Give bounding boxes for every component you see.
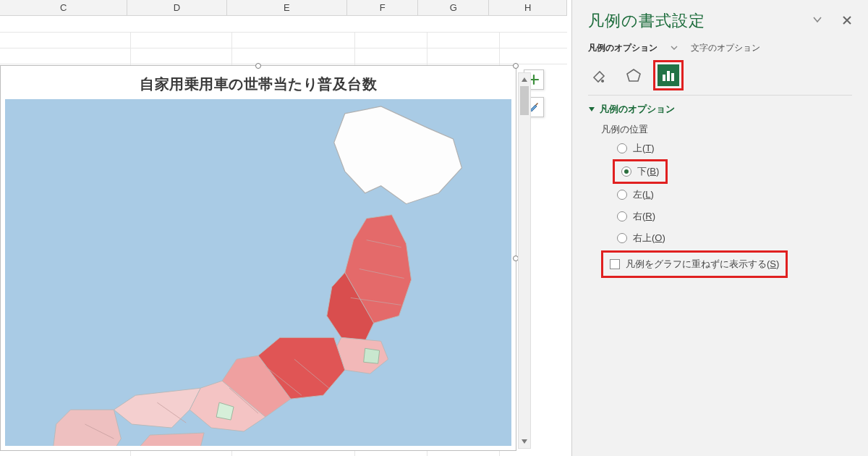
- legend-position-radio-group: 上(T) 下(B) 左(L) 右(R) 右上(O): [617, 142, 852, 245]
- radio-icon: [621, 166, 631, 177]
- format-legend-pane: 凡例の書式設定 凡例のオプション 文字のオプション 凡例のオプション: [571, 0, 868, 456]
- radio-hotkey: R: [645, 211, 652, 221]
- resize-handle-top[interactable]: [255, 63, 261, 69]
- pane-tab-row: 凡例のオプション 文字のオプション: [588, 42, 852, 54]
- map-plot-area[interactable]: [5, 99, 511, 446]
- collapse-triangle-icon: [588, 106, 595, 113]
- col-header-c[interactable]: C: [0, 0, 127, 16]
- col-header-f[interactable]: F: [347, 0, 418, 16]
- resize-handle-top-right[interactable]: [513, 63, 519, 69]
- radio-label: 左: [633, 189, 642, 200]
- radio-icon: [617, 211, 627, 221]
- fill-line-icon[interactable]: [588, 64, 610, 86]
- radio-position-topright[interactable]: 右上(O): [617, 232, 852, 245]
- region-shikoku: [139, 433, 204, 446]
- radio-hotkey: L: [645, 189, 650, 200]
- tab-dropdown-icon[interactable]: [671, 43, 678, 54]
- radio-position-bottom[interactable]: 下(B): [617, 164, 663, 180]
- checkbox-label: 凡例をグラフに重ねずに表示する: [626, 258, 767, 269]
- radio-position-right[interactable]: 右(R): [617, 210, 852, 223]
- svg-rect-3: [671, 73, 674, 81]
- tab-text-options[interactable]: 文字のオプション: [691, 42, 760, 54]
- checkbox-legend-no-overlap[interactable]: 凡例をグラフに重ねずに表示する(S): [605, 255, 783, 274]
- scrollbar-up-arrow-icon[interactable]: [519, 73, 530, 86]
- checkbox-icon: [610, 259, 620, 269]
- radio-hotkey: O: [655, 232, 662, 243]
- section-header-legend-options[interactable]: 凡例のオプション: [588, 103, 852, 116]
- radio-position-top[interactable]: 上(T): [617, 142, 852, 155]
- radio-icon: [617, 233, 627, 243]
- col-header-h[interactable]: H: [489, 0, 567, 16]
- section-header-label: 凡例のオプション: [600, 103, 675, 116]
- radio-label: 右上: [633, 232, 652, 243]
- col-header-g[interactable]: G: [418, 0, 489, 16]
- legend-position-label: 凡例の位置: [601, 123, 852, 136]
- radio-hotkey: T: [645, 143, 651, 153]
- radio-label: 上: [633, 143, 642, 153]
- region-hokkaido: [334, 106, 462, 204]
- scrollbar-down-arrow-icon[interactable]: [519, 435, 530, 448]
- radio-icon: [617, 190, 627, 200]
- region-chugoku: [114, 388, 200, 428]
- worksheet-area[interactable]: C D E F G H 自家用乗用車の世帯当たり普及台数: [0, 0, 567, 456]
- svg-rect-1: [663, 75, 665, 81]
- radio-label: 右: [633, 211, 642, 221]
- checkbox-hotkey: S: [770, 258, 776, 269]
- tab-legend-options[interactable]: 凡例のオプション: [588, 42, 658, 54]
- radio-hotkey: B: [650, 166, 656, 177]
- chart-object[interactable]: 自家用乗用車の世帯当たり普及台数: [0, 65, 516, 451]
- pane-close-icon[interactable]: [842, 15, 852, 28]
- chart-title[interactable]: 自家用乗用車の世帯当たり普及台数: [1, 75, 516, 94]
- pane-category-icons: [588, 64, 852, 86]
- pane-title: 凡例の書式設定: [588, 10, 705, 32]
- region-kyushu: [53, 410, 122, 446]
- radio-position-left[interactable]: 左(L): [617, 188, 852, 201]
- col-header-e[interactable]: E: [227, 0, 348, 16]
- col-header-d[interactable]: D: [127, 0, 226, 16]
- radio-icon: [617, 143, 627, 153]
- japan-map-svg: [5, 99, 511, 446]
- scrollbar-thumb[interactable]: [520, 86, 529, 115]
- effects-icon[interactable]: [623, 64, 644, 86]
- pane-options-dropdown-icon[interactable]: [813, 15, 822, 28]
- radio-label: 下: [637, 166, 647, 177]
- column-headers: C D E F G H: [0, 0, 567, 16]
- worksheet-vertical-scrollbar[interactable]: [518, 72, 531, 449]
- legend-options-icon[interactable]: [658, 64, 679, 86]
- svg-marker-0: [627, 69, 640, 81]
- region-tokyo: [364, 348, 380, 363]
- scrollbar-track[interactable]: [519, 86, 530, 435]
- svg-rect-2: [667, 71, 670, 81]
